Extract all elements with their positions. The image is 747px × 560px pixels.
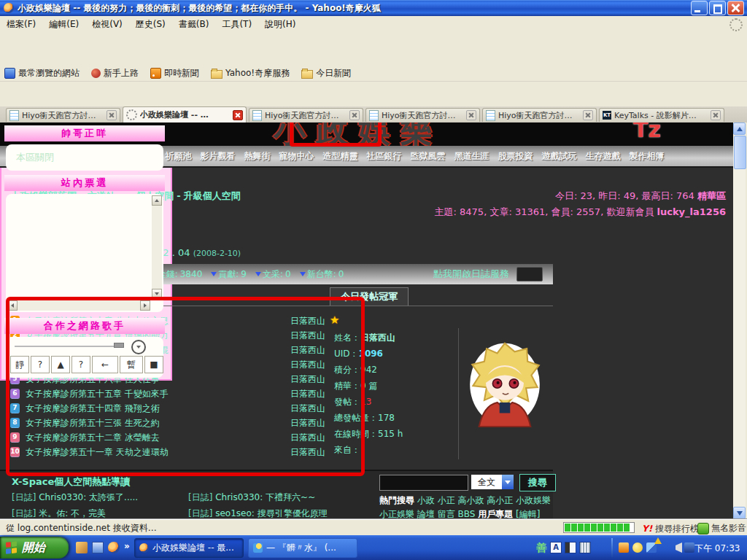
topic-author[interactable]: 日落西山 [285, 373, 325, 386]
player-stop-button[interactable]: ■ [144, 356, 163, 373]
essence-link[interactable]: 精華區 [697, 190, 726, 201]
topic-author[interactable]: 日落西山 [285, 402, 325, 415]
topic-author[interactable]: 日落西山 [285, 344, 325, 357]
topic-link[interactable]: 女子按摩診所第五十二章 冰瑩離去 [26, 432, 160, 444]
ime-panel-icon[interactable] [565, 542, 576, 553]
quick-launch-mail-icon[interactable] [92, 542, 104, 553]
quick-launch-overflow-icon[interactable]: » [124, 541, 130, 551]
nav-item[interactable]: 製作相簿 [630, 150, 665, 163]
topic-author[interactable]: 日落西山 [285, 388, 325, 400]
scroll-right-icon[interactable] [140, 300, 150, 311]
bookmark-latest-news[interactable]: 即時新聞 [150, 67, 199, 79]
player-back-button[interactable]: ← [92, 356, 118, 373]
search-scope-select[interactable]: 全文 [471, 475, 502, 489]
close-button[interactable] [727, 1, 744, 15]
bookmark-getting-started[interactable]: 新手上路 [91, 67, 139, 79]
topic-author[interactable]: 日落西山 [285, 315, 325, 327]
topic-author[interactable]: 日落西山 [285, 330, 325, 342]
topic-author[interactable]: 日落西山 [285, 359, 325, 371]
poll-vertical-scrollbar[interactable] [152, 195, 162, 299]
forum-search-input[interactable] [379, 475, 468, 491]
ime-indicator[interactable]: 善 [536, 542, 546, 555]
start-button[interactable]: 開始 [0, 537, 69, 559]
nav-item[interactable]: 寵物中心 [279, 150, 314, 163]
quick-launch-pen-icon[interactable] [76, 542, 88, 553]
tab-close-icon[interactable] [711, 110, 721, 120]
player-seek-slider[interactable] [15, 346, 124, 347]
breadcrumb-upgrade[interactable]: 升級個人空間 [184, 190, 241, 201]
restore-button[interactable] [709, 1, 726, 15]
taskbar-task-forum[interactable]: 小政娛樂論壇 -- 最... [134, 538, 244, 558]
menu-view[interactable]: 檢視(V) [85, 16, 129, 33]
minimize-button[interactable] [691, 1, 708, 15]
forum-search-button[interactable]: 搜尋 [519, 474, 556, 491]
tray-display-icon[interactable] [684, 542, 694, 553]
nav-item[interactable]: 生存遊戲 [586, 150, 621, 163]
quick-launch-firefox-icon[interactable] [108, 542, 120, 553]
topic-link[interactable]: 女子按摩診所第五十四章 飛翔之術 [26, 402, 160, 415]
tray-volume-icon[interactable] [676, 542, 682, 553]
nav-item[interactable]: 黑道生涯 [454, 150, 489, 163]
bookmark-today-news[interactable]: 今日新聞 [301, 67, 351, 79]
ime-keyboard-icon[interactable] [579, 542, 591, 553]
tab-close-icon[interactable] [466, 110, 476, 120]
page-scrollbar[interactable] [733, 122, 746, 519]
topic-author[interactable]: 日落西山 [285, 446, 325, 459]
diary-link[interactable]: seo1seo: 搜尋引擎優化原理 [215, 508, 327, 518]
scroll-up-icon[interactable] [152, 195, 162, 206]
topic-link[interactable]: 女子按摩診所第五十五章 千變如來手 [26, 388, 169, 400]
hot-search-terms[interactable]: 小正娛樂 論壇 留言 BBS [379, 509, 475, 519]
scroll-up-icon[interactable] [733, 122, 746, 135]
scroll-left-icon[interactable] [7, 300, 18, 311]
player-slider-knob[interactable] [114, 343, 124, 348]
tab-1[interactable]: Hiyo衝天跑官方討… [6, 108, 120, 122]
topic-link[interactable]: 女子按摩診第五十一章 天劫之連環劫 [26, 446, 169, 459]
scroll-down-icon[interactable] [733, 507, 746, 519]
nav-item[interactable]: 遊戲試玩 [542, 150, 577, 163]
menu-file[interactable]: 檔案(F) [0, 16, 42, 33]
menu-history[interactable]: 歷史(S) [129, 16, 172, 33]
poll-horizontal-scrollbar[interactable] [7, 300, 150, 311]
tab-2-active[interactable]: 小政娛樂論壇 -- … [123, 106, 247, 122]
tab-close-icon[interactable] [349, 110, 360, 120]
diary-badge-icon[interactable] [516, 267, 543, 281]
tray-mail-icon[interactable] [619, 542, 629, 553]
tab-4[interactable]: Hiyo衝天跑官方討… [365, 108, 480, 122]
ime-language-icon[interactable]: A [550, 542, 562, 553]
edit-link[interactable]: [編輯] [516, 509, 540, 519]
tab-close-icon[interactable] [583, 110, 593, 120]
menu-help[interactable]: 說明(H) [258, 16, 302, 33]
player-mute-button[interactable]: 靜 [10, 356, 29, 373]
scrollbar-thumb[interactable] [734, 136, 746, 169]
menu-edit[interactable]: 編輯(E) [42, 16, 85, 33]
new-member-link[interactable]: lucky_la1256 [657, 206, 726, 217]
wretch-button[interactable]: 無名影音 [692, 522, 746, 534]
user-topics-link[interactable]: 用戶專題 [478, 509, 513, 519]
menu-tools[interactable]: 工具(T) [215, 16, 258, 33]
tray-smiley-icon[interactable] [632, 542, 643, 553]
hot-search-terms[interactable]: 小政 小正 高小政 高小正 小政娛樂 [417, 495, 551, 505]
diary-link[interactable]: 米。佑: 不，完美 [39, 508, 106, 518]
tray-network-icon[interactable] [646, 542, 657, 553]
nav-item[interactable]: 熱舞街 [244, 150, 271, 163]
player-button[interactable]: ? [71, 356, 90, 373]
tab-6[interactable]: KT KeyTalks - 說影解片… [599, 108, 724, 122]
bookmark-yahoo-services[interactable]: Yahoo!奇摩服務 [211, 67, 290, 79]
tab-3[interactable]: Hiyo衝天跑官方討… [249, 108, 363, 122]
nav-item[interactable]: 祈願池 [166, 150, 192, 163]
player-button[interactable]: ? [31, 356, 50, 373]
nav-item[interactable]: 監獄風雲 [411, 150, 446, 163]
nav-item[interactable]: 造型精靈 [323, 150, 358, 163]
diary-link[interactable]: Chris0330: 太誇張了..... [39, 492, 138, 502]
search-scope-dropdown-icon[interactable] [502, 475, 514, 489]
topic-link[interactable]: 女子按摩診所第五十三張 生死之約 [26, 417, 160, 429]
nav-item[interactable]: 影片觀看 [201, 150, 236, 163]
taskbar-task-messenger[interactable]: — 『髒〃水』 (... [248, 538, 357, 558]
nav-item[interactable]: 股票投資 [498, 150, 533, 163]
bookmark-most-visited[interactable]: 最常瀏覽的網站 [4, 67, 80, 79]
topic-author[interactable]: 日落西山 [285, 417, 325, 429]
scroll-down-icon[interactable] [152, 289, 162, 299]
topic-author[interactable]: 日落西山 [285, 432, 325, 444]
yahoo-rank-button[interactable]: Y! 搜尋排行榜 [642, 523, 699, 535]
player-volume-button[interactable]: ▲ [51, 356, 70, 373]
